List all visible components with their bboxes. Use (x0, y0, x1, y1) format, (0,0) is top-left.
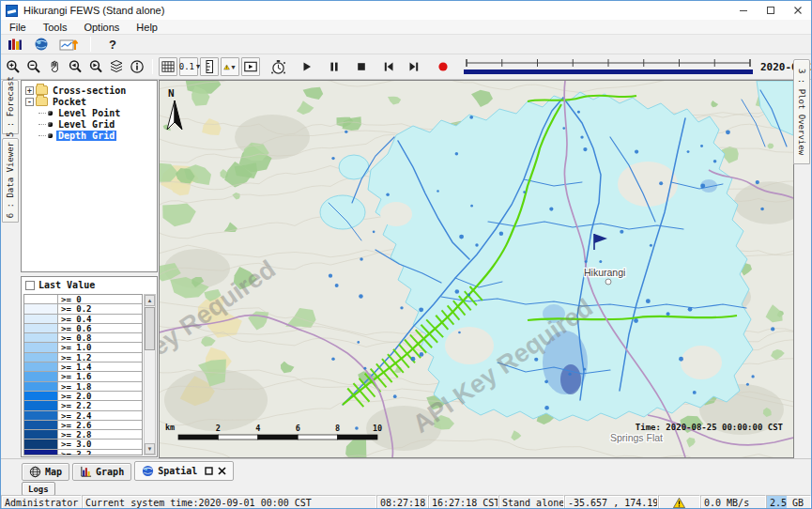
tab-controls (205, 467, 226, 475)
side-tab-label: 6 : Data Viewer (6, 142, 15, 218)
logs-button[interactable]: Logs (22, 482, 55, 496)
maximize-panel-icon[interactable] (205, 467, 213, 475)
legend-color-swatch (24, 372, 58, 380)
tree-node-level-point[interactable]: Level Point (22, 107, 157, 118)
last-value-label: Last Value (38, 280, 95, 290)
legend-class-label: >= 0.8 (58, 333, 92, 342)
legend-scrollbar[interactable]: ▲ ▼ (144, 294, 156, 455)
tab-map[interactable]: Map (22, 463, 69, 481)
timer-icon[interactable] (268, 57, 287, 76)
menu-options[interactable]: Options (75, 22, 128, 33)
svg-text:10: 10 (373, 424, 382, 433)
zoom-previous-icon[interactable] (66, 57, 84, 76)
tree-toggle-icon[interactable]: - (25, 98, 34, 106)
town-marker (605, 279, 611, 285)
legend-class-label: >= 0.4 (58, 315, 92, 323)
status-text: 08:27:18 GMT (380, 498, 428, 508)
interval-dropdown[interactable]: 0.1 ▼ (179, 57, 198, 76)
help-icon[interactable]: ? (109, 38, 116, 52)
status-cell-3: 16:27:18 CST (428, 495, 498, 509)
zoom-in-icon[interactable] (4, 57, 23, 76)
grid-icon[interactable] (159, 57, 177, 76)
tree-toggle-icon[interactable]: + (25, 86, 34, 95)
legend-row: >= 1.0 (24, 343, 142, 352)
record-icon[interactable] (434, 57, 452, 76)
tree-node-level-grid[interactable]: Level Grid (22, 118, 157, 130)
timeline-slider[interactable] (461, 56, 756, 77)
warning-dropdown[interactable]: ▼ (221, 57, 239, 76)
timeseries-dialog-icon[interactable] (59, 35, 80, 54)
legend-class-label: >= 0.6 (58, 324, 92, 332)
scroll-down-icon[interactable]: ▼ (145, 443, 155, 455)
scrollbar-thumb[interactable] (145, 307, 155, 350)
status-cell-5: -35.657 , 174.199 (564, 495, 658, 509)
legend-row: >= 2.8 (24, 430, 142, 440)
zoom-out-icon[interactable] (24, 57, 43, 76)
pan-icon[interactable] (45, 57, 64, 76)
svg-text:8: 8 (335, 424, 340, 433)
menu-bar: FileToolsOptionsHelp (1, 20, 811, 35)
legend-color-swatch (24, 440, 58, 448)
animation-icon[interactable] (241, 57, 260, 76)
side-tab-label: 3 : Plot Overview (797, 69, 806, 155)
title-bar[interactable]: Hikurangi FEWS (Stand alone) (1, 1, 811, 20)
tree-node-label[interactable]: Level Point (56, 108, 122, 118)
play-icon[interactable] (298, 57, 316, 76)
tree-node-label[interactable]: Level Grid (56, 119, 116, 130)
layers-icon[interactable] (107, 57, 126, 76)
side-tab-plot-overview[interactable]: 3 : Plot Overview (793, 59, 810, 164)
tree-node-depth-grid[interactable]: Depth Grid (22, 130, 157, 141)
legend-row: >= 0.8 (24, 333, 142, 343)
content-area: 5 : Forecast6 : Data Viewer +Cross-secti… (1, 80, 811, 458)
side-tab-forecast[interactable]: 5 : Forecast (2, 80, 19, 134)
stop-icon[interactable] (352, 57, 371, 76)
tree-connector (38, 135, 46, 136)
status-cell-7: 0.0 MB/s (700, 495, 766, 509)
filter-tree[interactable]: +Cross-section-PocketLevel PointLevel Gr… (21, 80, 158, 272)
tree-node-pocket[interactable]: -Pocket (22, 96, 157, 107)
minimize-icon[interactable] (729, 1, 757, 20)
side-tab-viewer[interactable]: 6 : Data Viewer (2, 138, 19, 223)
legend-color-swatch (24, 430, 58, 439)
maximize-icon[interactable] (757, 1, 784, 20)
legend-class-label: >= 1.4 (58, 362, 92, 371)
tree-node-label[interactable]: Depth Grid (56, 131, 116, 141)
node-bullet-icon (48, 122, 53, 127)
menu-tools[interactable]: Tools (35, 22, 76, 33)
status-text: 16:27:18 CST (432, 498, 498, 508)
status-text: Administrator (5, 498, 78, 508)
close-icon[interactable] (784, 1, 811, 20)
step-back-icon[interactable] (379, 57, 398, 76)
side-tab-label: 5 : Forecast (6, 76, 15, 137)
svg-text:km: km (165, 423, 175, 432)
legend-class-label: >= 1.2 (58, 353, 92, 362)
last-value-checkbox[interactable] (25, 281, 35, 290)
zoom-next-icon[interactable] (86, 57, 105, 76)
spatial-map[interactable]: API Key Required API Key Required Hikura… (159, 80, 794, 458)
legend-row: >= 0 (24, 295, 142, 304)
pause-icon[interactable] (325, 57, 344, 76)
step-forward-icon[interactable] (405, 57, 423, 76)
right-tab-strip: 3 : Plot Overview (793, 57, 811, 458)
map-display-icon[interactable] (32, 35, 51, 54)
menu-help[interactable]: Help (128, 22, 166, 33)
legend-class-label: >= 2.4 (58, 411, 92, 420)
scroll-up-icon[interactable]: ▲ (145, 295, 155, 306)
status-cell-2: 08:27:18 GMT (376, 495, 428, 509)
tree-node-label[interactable]: Cross-section (51, 85, 128, 96)
status-cell-1: Current system time:2020-09-01 00:00 CST (82, 495, 376, 509)
info-icon[interactable] (128, 57, 146, 76)
legend-class-label: >= 1.6 (58, 372, 92, 380)
ruler-icon[interactable] (200, 57, 219, 76)
tab-graph[interactable]: Graph (72, 463, 131, 481)
menu-file[interactable]: File (1, 22, 35, 33)
legend-row: >= 0.2 (24, 304, 142, 314)
globe-blue-icon (142, 465, 154, 477)
bar-chart-icon (80, 466, 92, 478)
status-cell-8: 2.5 GB (766, 495, 811, 509)
tree-node-label[interactable]: Pocket (51, 97, 88, 107)
explorer-icon[interactable] (5, 35, 23, 54)
tab-spatial[interactable]: Spatial (134, 461, 234, 481)
close-panel-icon[interactable] (218, 467, 226, 475)
warning-icon (672, 497, 686, 509)
